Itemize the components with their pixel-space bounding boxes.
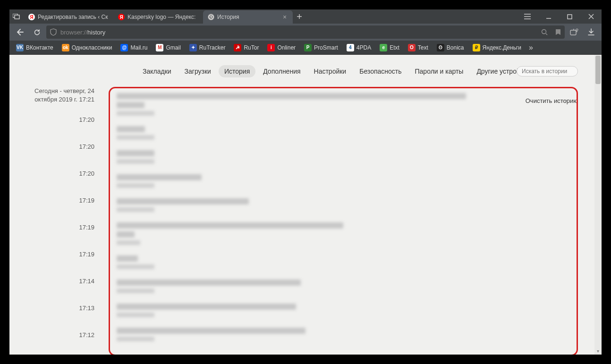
bookmark-icon[interactable] [555, 29, 561, 35]
window-controls [517, 9, 602, 24]
address-bar: browser://history [9, 24, 602, 41]
favicon: Я [118, 14, 125, 20]
history-entry[interactable] [117, 255, 570, 269]
history-time: 17:14 [24, 267, 94, 294]
bookmark-favicon: e [380, 44, 387, 51]
settings-tab[interactable]: Безопасность [354, 65, 407, 77]
bookmark-item[interactable]: ʘBonica [433, 42, 468, 53]
history-entry[interactable] [117, 304, 570, 317]
bookmark-favicon: ✦ [189, 44, 197, 51]
bookmark-item[interactable]: PProSmart [300, 42, 342, 53]
bookmark-item[interactable]: okОдноклассники [58, 42, 116, 53]
shield-icon [50, 28, 57, 36]
favicon: Я [28, 14, 35, 20]
bookmark-item[interactable]: OText [404, 42, 432, 53]
history-time: 17:20 [24, 133, 94, 160]
today-date-line2: октября 2019 г. 17:21 [24, 95, 94, 104]
svg-point-6 [576, 29, 578, 31]
bookmark-label: Bonica [447, 44, 464, 51]
bookmark-item[interactable]: iOnliner [263, 42, 299, 53]
bookmark-favicon: P [304, 44, 312, 51]
url-input[interactable]: browser://history [46, 25, 565, 39]
svg-rect-3 [568, 15, 572, 19]
bookmark-item[interactable]: ₽Яндекс.Деньги [469, 42, 525, 53]
entry-menu-icon[interactable]: … [561, 95, 568, 102]
menu-button[interactable] [517, 9, 538, 24]
settings-tab[interactable]: Закладки [137, 65, 177, 77]
url-prefix: browser:// [60, 29, 87, 36]
bookmark-label: Text [418, 44, 428, 51]
bookmark-label: Etxt [390, 44, 399, 51]
scrollbar-thumb[interactable] [595, 56, 601, 84]
minimize-button[interactable] [538, 9, 559, 24]
history-icon [208, 14, 214, 20]
history-entry[interactable] [117, 279, 570, 293]
browser-tab[interactable]: История× [203, 10, 293, 24]
svg-rect-5 [570, 30, 576, 35]
bookmark-favicon: ʘ [437, 44, 444, 51]
bookmark-label: Яндекс.Деньги [483, 44, 521, 51]
bookmark-label: ВКонтакте [26, 44, 53, 51]
bookmark-item[interactable]: @Mail.ru [117, 42, 151, 53]
history-search [517, 66, 578, 76]
history-time: 17:19 [24, 186, 94, 213]
today-date-line1: Сегодня - четверг, 24 [24, 87, 94, 95]
new-tab-button[interactable] [293, 10, 306, 23]
history-entry[interactable] [117, 222, 570, 245]
bookmark-item[interactable]: eEtxt [376, 42, 403, 53]
bookmark-label: 4PDA [356, 44, 371, 51]
bookmark-label: ProSmart [314, 44, 338, 51]
reload-button[interactable] [29, 25, 44, 40]
maximize-button[interactable] [559, 9, 580, 24]
bookmark-favicon: ok [62, 44, 69, 51]
history-time: 17:13 [24, 294, 94, 321]
titlebar: ЯРедактировать запись ‹ СкЯKaspersky log… [9, 9, 602, 24]
settings-tab[interactable]: История [219, 65, 255, 77]
search-icon[interactable] [541, 29, 548, 35]
history-entry[interactable] [117, 93, 570, 116]
bookmark-favicon: ₽ [473, 44, 480, 51]
tab-strip: ЯРедактировать запись ‹ СкЯKaspersky log… [24, 9, 293, 24]
extension-icon[interactable] [567, 25, 582, 40]
history-time: 17:19 [24, 213, 94, 240]
history-search-input[interactable] [517, 66, 578, 76]
close-icon[interactable]: × [281, 14, 288, 20]
bookmark-item[interactable]: 44PDA [343, 42, 375, 53]
bookmark-item[interactable]: MGmail [152, 42, 184, 53]
history-entry[interactable] [117, 174, 570, 188]
close-button[interactable] [580, 9, 602, 24]
bookmark-favicon: M [156, 44, 163, 51]
scrollbar[interactable]: ▾ [594, 55, 602, 355]
settings-tab[interactable]: Настройки [308, 65, 352, 77]
bookmark-label: RuTor [244, 44, 259, 51]
bookmark-favicon: O [408, 44, 416, 51]
history-page: ▾ ЗакладкиЗагрузкиИсторияДополненияНастр… [9, 55, 602, 355]
history-entry[interactable] [117, 150, 570, 164]
history-entries-highlight: … [109, 87, 578, 355]
history-entry[interactable] [117, 328, 570, 341]
bookmark-item[interactable]: ✦RuTracker [186, 42, 229, 53]
svg-point-4 [542, 30, 546, 34]
settings-tab[interactable]: Дополнения [257, 65, 306, 77]
downloads-button[interactable] [584, 25, 599, 40]
browser-tab[interactable]: ЯРедактировать запись ‹ Ск [24, 10, 113, 24]
bookmarks-overflow[interactable]: » [526, 43, 536, 52]
scroll-down-arrow[interactable]: ▾ [594, 347, 602, 355]
bookmark-label: Gmail [166, 44, 180, 51]
bookmark-favicon: @ [120, 44, 128, 51]
bookmark-favicon: 4 [347, 44, 354, 51]
settings-tab[interactable]: Загрузки [179, 65, 217, 77]
bookmark-favicon: VK [16, 44, 24, 51]
back-button[interactable] [12, 25, 27, 40]
settings-tab[interactable]: Пароли и карты [409, 65, 469, 77]
bookmark-label: Onliner [277, 44, 296, 51]
bookmark-item[interactable]: VKВКонтакте [12, 42, 57, 53]
history-entry[interactable] [117, 126, 570, 140]
bookmarks-bar: VKВКонтактеokОдноклассники@Mail.ruMGmail… [9, 41, 602, 55]
history-entry[interactable] [117, 198, 570, 212]
browser-tab[interactable]: ЯKaspersky logo — Яндекс: [113, 10, 203, 24]
history-time: 17:19 [24, 240, 94, 267]
history-time: 17:12 [24, 321, 94, 348]
bookmark-item[interactable]: ☭RuTor [230, 42, 263, 53]
app-icon [9, 14, 24, 19]
